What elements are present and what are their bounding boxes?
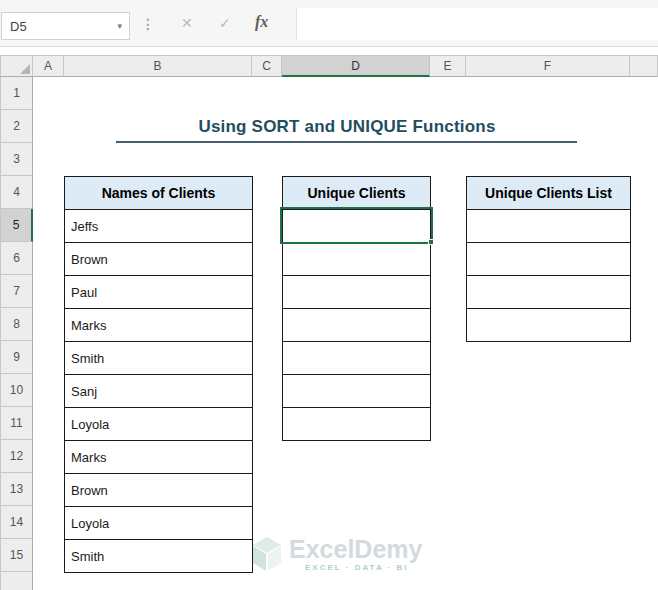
sheet-title[interactable]: Using SORT and UNIQUE Functions (64, 110, 630, 143)
unique-clients-list-header[interactable]: Unique Clients List (466, 176, 631, 210)
clients-cell[interactable]: Jeffs (64, 209, 253, 243)
formula-bar-handle-icon[interactable]: ⋮ (141, 16, 155, 32)
watermark-tagline: EXCEL · DATA · BI (305, 563, 422, 572)
exceldemy-logo-icon (252, 536, 282, 573)
unique-clients-empty-cell[interactable] (282, 374, 431, 408)
column-header-b[interactable]: B (64, 55, 252, 77)
name-box-dropdown-icon[interactable]: ▾ (110, 21, 129, 31)
column-header-e[interactable]: E (430, 55, 466, 77)
row-header-7[interactable]: 7 (0, 275, 33, 308)
column-header-f[interactable]: F (466, 55, 630, 77)
active-cell-selection[interactable] (280, 207, 433, 244)
excel-window: D5 ▾ ⋮ ✕ ✓ fx A B C D E F 1 2 3 4 5 6 7 … (0, 0, 658, 590)
insert-function-icon[interactable]: fx (255, 13, 268, 31)
row-header-2[interactable]: 2 (0, 110, 33, 143)
unique-clients-empty-cell[interactable] (282, 242, 431, 276)
row-header-3[interactable]: 3 (0, 143, 33, 176)
unique-clients-empty-cell[interactable] (282, 275, 431, 309)
formula-bar-input[interactable] (297, 8, 658, 40)
clients-cell[interactable]: Sanj (64, 374, 253, 408)
cancel-icon[interactable]: ✕ (181, 15, 193, 31)
name-box-value: D5 (2, 19, 110, 34)
row-header-partial (0, 572, 33, 590)
clients-cell[interactable]: Marks (64, 308, 253, 342)
row-header-12[interactable]: 12 (0, 440, 33, 473)
unique-clients-empty-cell[interactable] (282, 407, 431, 441)
name-box[interactable]: D5 ▾ (1, 12, 130, 40)
unique-clients-header[interactable]: Unique Clients (282, 176, 431, 210)
exceldemy-watermark: ExcelDemy EXCEL · DATA · BI (252, 536, 422, 573)
clients-cell[interactable]: Smith (64, 341, 253, 375)
unique-clients-list-empty-cell[interactable] (466, 209, 631, 243)
row-header-9[interactable]: 9 (0, 341, 33, 374)
clients-cell[interactable]: Brown (64, 473, 253, 507)
row-header-11[interactable]: 11 (0, 407, 33, 440)
clients-cell[interactable]: Loyola (64, 506, 253, 540)
fill-handle[interactable] (428, 239, 434, 245)
title-underline (116, 141, 577, 143)
row-header-5[interactable]: 5 (0, 209, 33, 242)
clients-cell[interactable]: Smith (64, 539, 253, 573)
unique-clients-empty-cell[interactable] (282, 341, 431, 375)
row-header-14[interactable]: 14 (0, 506, 33, 539)
unique-clients-list-empty-cell[interactable] (466, 275, 631, 309)
unique-clients-list-empty-cell[interactable] (466, 308, 631, 342)
row-header-1[interactable]: 1 (0, 77, 33, 110)
watermark-text: ExcelDemy EXCEL · DATA · BI (289, 536, 422, 572)
column-header-a[interactable]: A (33, 55, 64, 77)
watermark-brand: ExcelDemy (289, 536, 422, 562)
row-header-6[interactable]: 6 (0, 242, 33, 275)
clients-table-header[interactable]: Names of Clients (64, 176, 253, 210)
clients-cell[interactable]: Brown (64, 242, 253, 276)
row-header-8[interactable]: 8 (0, 308, 33, 341)
row-header-10[interactable]: 10 (0, 374, 33, 407)
row-header-15[interactable]: 15 (0, 539, 33, 572)
unique-clients-list-empty-cell[interactable] (466, 242, 631, 276)
select-all-corner[interactable] (0, 55, 33, 77)
clients-cell[interactable]: Loyola (64, 407, 253, 441)
unique-clients-empty-cell[interactable] (282, 308, 431, 342)
enter-icon[interactable]: ✓ (219, 15, 231, 31)
formula-bar-row: D5 ▾ ⋮ ✕ ✓ fx (0, 0, 658, 47)
row-header-13[interactable]: 13 (0, 473, 33, 506)
column-header-blank (630, 55, 658, 77)
clients-cell[interactable]: Paul (64, 275, 253, 309)
row-header-4[interactable]: 4 (0, 176, 33, 209)
column-header-c[interactable]: C (252, 55, 282, 77)
clients-cell[interactable]: Marks (64, 440, 253, 474)
column-header-d[interactable]: D (282, 55, 430, 77)
